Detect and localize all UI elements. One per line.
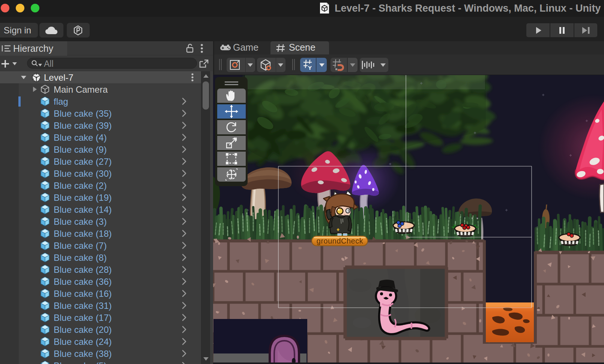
svg-text:groundCheck: groundCheck xyxy=(317,237,364,245)
svg-text:Y: Y xyxy=(308,65,312,71)
